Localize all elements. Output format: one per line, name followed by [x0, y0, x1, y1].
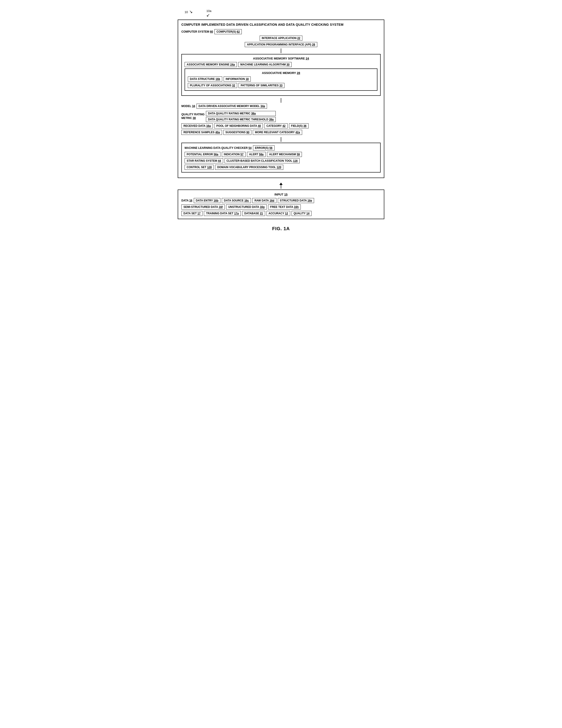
- ref-label-10a: 10a ↙: [207, 9, 212, 18]
- ml-checker-row2: POTENTIAL ERROR 56a INDICATION 57 ALERT …: [185, 152, 377, 157]
- dq-rating-metric-box: DATA QUALITY RATING METRIC 38a: [206, 111, 276, 116]
- connector-line-2: [281, 98, 281, 103]
- arrow-10: ↘: [189, 9, 193, 14]
- input-box: INPUT 15 DATA 16 DATA ENTRY 16b DATA SOU…: [178, 190, 384, 219]
- ml-checker-label: MACHINE LEARNING DATA QUALITY CHECKER 54: [185, 146, 252, 150]
- alert-box: ALERT 58a: [247, 152, 266, 157]
- assoc-memory-title: ASSOCIATIVE MEMORY 28: [188, 71, 374, 75]
- ml-checker-row4: CONTROL SET 128 DOMAIN VOCABULARY PROCES…: [185, 165, 377, 170]
- ref-labels: 10 ↘ 10a ↙: [178, 9, 384, 18]
- potential-error-box: POTENTIAL ERROR 56a: [185, 152, 221, 157]
- structured-data-box: STRUCTURED DATA 16e: [278, 198, 314, 203]
- more-relevant-category-box: MORE RELEVANT CATEGORY 42a: [253, 130, 302, 135]
- accuracy-box: ACCURACY 12: [267, 211, 290, 216]
- interface-app-row: INTERFACE APPLICATION 22: [181, 36, 381, 41]
- connector-1: [181, 48, 381, 53]
- received-data-row: RECEIVED DATA 16a POOL OF NEIGHBORING DA…: [181, 123, 381, 128]
- control-set-box: CONTROL SET 128: [185, 165, 214, 170]
- computers-box: COMPUTER(S) 62: [215, 29, 242, 34]
- reference-samples-box: REFERENCE SAMPLES 40a: [181, 130, 222, 135]
- data-structure-box: DATA STRUCTURE 16k: [188, 76, 222, 82]
- data-structure-row: DATA STRUCTURE 16k INFORMATION 18: [188, 76, 374, 82]
- input-title: INPUT 15: [181, 193, 381, 196]
- training-data-set-box: TRAINING DATA SET 17a: [204, 211, 241, 216]
- input-row3: DATA SET 17 TRAINING DATA SET 17a DATABA…: [181, 211, 381, 216]
- arrow-10a: ↙: [207, 13, 210, 17]
- arrow-up-head: [280, 183, 282, 185]
- ml-checker-box: MACHINE LEARNING DATA QUALITY CHECKER 54…: [181, 143, 381, 173]
- data-label: DATA 16: [181, 199, 192, 202]
- data-driven-model-box: DATA DRIVEN ASSOCIATIVE MEMORY MODEL 34a: [197, 104, 267, 109]
- domain-vocab-box: DOMAIN VOCABULARY PROCESSING TOOL 120: [215, 165, 283, 170]
- assoc-memory-software-box: ASSOCIATIVE MEMORY SOFTWARE 24 ASSOCIATI…: [181, 54, 381, 96]
- interface-app-box: INTERFACE APPLICATION 22: [260, 36, 302, 41]
- unstructured-box: UNSTRUCTURED DATA 16g: [226, 204, 267, 210]
- quality-rating-section: QUALITY RATINGMETRIC 38 DATA QUALITY RAT…: [181, 111, 381, 135]
- model-row: MODEL 34 DATA DRIVEN ASSOCIATIVE MEMORY …: [181, 104, 381, 109]
- patterns-similarities-box: PATTERNS OF SIMILARITIES 33: [239, 83, 284, 88]
- connector-line-4: [281, 185, 281, 189]
- associations-row: PLURALITY OF ASSOCIATIONS 32 PATTERNS OF…: [188, 83, 374, 88]
- arrow-connector: [178, 183, 384, 189]
- star-rating-box: STAR RATING SYSTEM 44: [185, 158, 223, 163]
- quality-metric-boxes: DATA QUALITY RATING METRIC 38a DATA QUAL…: [206, 111, 276, 122]
- information-box: INFORMATION 18: [224, 76, 251, 82]
- fields-box: FIELD(S) 36: [289, 123, 308, 128]
- reference-samples-row: REFERENCE SAMPLES 40a SUGGESTIONS 90 MOR…: [181, 130, 381, 135]
- connector-line-1: [281, 48, 281, 53]
- quality-rating-row1: QUALITY RATINGMETRIC 38 DATA QUALITY RAT…: [181, 111, 381, 122]
- ref-label-10: 10 ↘: [185, 9, 193, 18]
- indication-box: INDICATION 57: [222, 152, 246, 157]
- plurality-assoc-box: PLURALITY OF ASSOCIATIONS 32: [188, 83, 237, 88]
- computers-num: 62: [237, 30, 240, 33]
- dq-rating-threshold-box: DATA QUALITY RATING METRIC THRESHOLD 39a: [206, 117, 276, 122]
- category-box: CATEGORY 42: [264, 123, 287, 128]
- pool-neighboring-box: POOL OF NEIGHBORING DATA 40: [214, 123, 263, 128]
- semi-structured-box: SEMI-STRUCTURED DATA 16f: [181, 204, 225, 210]
- assoc-memory-engine-box: ASSOCIATIVE MEMORY ENGINE 24a: [185, 62, 237, 67]
- figure-label: FIG. 1A: [178, 226, 384, 231]
- cluster-batch-box: CLUSTER-BASED BATCH CLASSIFICATION TOOL …: [225, 158, 300, 163]
- ml-checker-row1: MACHINE LEARNING DATA QUALITY CHECKER 54…: [185, 145, 377, 150]
- suggestions-box: SUGGESTIONS 90: [224, 130, 252, 135]
- computer-system-row: COMPUTER SYSTEM 60 COMPUTER(S) 62: [181, 29, 381, 34]
- connector-2: [181, 98, 381, 103]
- raw-data-box: RAW DATA 16d: [252, 198, 276, 203]
- ml-checker-row3: STAR RATING SYSTEM 44 CLUSTER-BASED BATC…: [185, 158, 377, 163]
- api-row: APPLICATION PROGRAMMING INTERFACE (API) …: [181, 42, 381, 47]
- database-box: DATABASE 21: [242, 211, 265, 216]
- input-row1: DATA 16 DATA ENTRY 16b DATA SOURCE 16c R…: [181, 198, 381, 203]
- data-entry-box: DATA ENTRY 16b: [194, 198, 221, 203]
- quality-box: QUALITY 14: [291, 211, 311, 216]
- alert-mechanism-box: ALERT MECHANISM 59: [267, 152, 302, 157]
- ml-algorithm-box: MACHINE LEARNING ALGORITHM 30: [238, 62, 291, 67]
- assoc-memory-box: ASSOCIATIVE MEMORY 28 DATA STRUCTURE 16k…: [185, 68, 377, 91]
- connector-3: [181, 137, 381, 142]
- main-system-box: COMPUTER IMPLEMENTED DATA DRIVEN CLASSIF…: [178, 20, 384, 178]
- api-box: APPLICATION PROGRAMMING INTERFACE (API) …: [245, 42, 317, 47]
- quality-rating-label: QUALITY RATINGMETRIC 38: [181, 113, 205, 120]
- data-source-box: DATA SOURCE 16c: [222, 198, 251, 203]
- computer-system-label: COMPUTER SYSTEM 60: [181, 30, 213, 33]
- model-label: MODEL 34: [181, 105, 195, 108]
- computer-system-num: 60: [210, 30, 213, 33]
- assoc-memory-software-title: ASSOCIATIVE MEMORY SOFTWARE 24: [185, 57, 377, 60]
- free-text-box: FREE TEXT DATA 16h: [268, 204, 301, 210]
- errors-box: ERROR(S) 56: [253, 145, 275, 150]
- data-set-box: DATA SET 17: [181, 211, 203, 216]
- ref-text-10: 10: [185, 10, 188, 14]
- received-data-box: RECEIVED DATA 16a: [181, 123, 213, 128]
- page-container: 10 ↘ 10a ↙ COMPUTER IMPLEMENTED DATA DRI…: [178, 9, 384, 231]
- assoc-engine-row: ASSOCIATIVE MEMORY ENGINE 24a MACHINE LE…: [185, 62, 377, 67]
- ref-text-10a: 10a: [207, 9, 212, 13]
- connector-line-3: [281, 137, 281, 142]
- input-row2: SEMI-STRUCTURED DATA 16f UNSTRUCTURED DA…: [181, 204, 381, 210]
- main-system-title: COMPUTER IMPLEMENTED DATA DRIVEN CLASSIF…: [181, 23, 381, 26]
- arrow-up-group: [280, 183, 282, 189]
